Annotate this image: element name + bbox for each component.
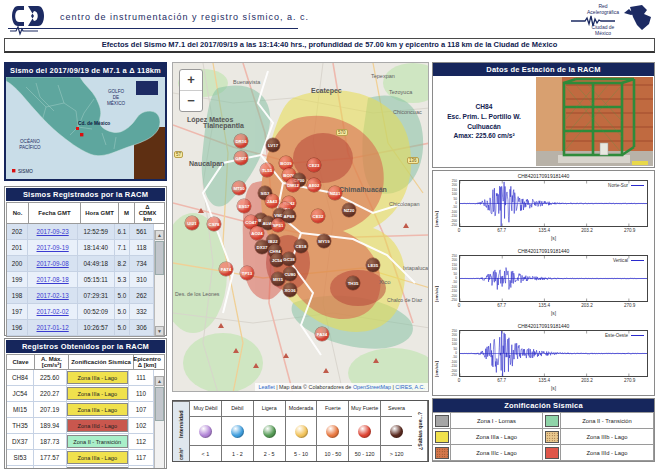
page: centro de instrumentación y registro sís… <box>0 0 659 469</box>
map-city-label: Naucalpan <box>189 160 224 167</box>
event-date-link[interactable]: 2017-09-19 <box>37 244 69 251</box>
scroll-down-icon[interactable]: ▼ <box>155 326 164 336</box>
station-marker-DM12[interactable]: DM12 <box>286 178 300 192</box>
station-marker-NZ31[interactable]: NZ31 <box>328 186 342 200</box>
station-marker-JA43[interactable]: JA43 <box>265 194 279 208</box>
sismos-cell-m: 5.0 <box>115 304 130 320</box>
station-marker-DR16[interactable]: DR16 <box>234 134 248 148</box>
intensity-level-circle-cell <box>222 417 253 446</box>
station-marker-TL55[interactable]: TL55 <box>260 163 274 177</box>
registros-title: Registros Obtenidos por la RACM <box>6 340 165 353</box>
registro-clave: JC54 <box>7 386 34 402</box>
station-marker-CE23[interactable]: CE23 <box>307 158 321 172</box>
intensity-level: Muy Débil< 1 <box>190 401 222 461</box>
osm-link[interactable]: OpenStreetMap <box>353 384 391 390</box>
zona-swatch-cell <box>543 429 561 445</box>
sismos-row[interactable]: 1972017-02-0200:52:095.0332 <box>7 304 154 320</box>
sismos-row[interactable]: 2002017-09-0804:49:188.2734 <box>7 256 154 272</box>
station-marker-GC38[interactable]: GC38 <box>282 252 296 266</box>
station-panel: Datos de Estación de la RACM CH84 Esc. P… <box>432 62 655 168</box>
registro-amax: 189.94 <box>34 418 67 434</box>
scroll-thumb[interactable] <box>155 387 164 421</box>
intensity-map[interactable]: López MateosBuenavistaEcatepecTepexpanTe… <box>172 62 429 392</box>
event-date-link[interactable]: 2017-09-23 <box>37 228 69 235</box>
map-city-label: Xico <box>379 279 391 285</box>
sismos-cell-hora: 12:52:59 <box>78 224 115 240</box>
station-marker-CU80[interactable]: CU80 <box>283 267 297 281</box>
sismos-row[interactable]: 1982017-02-1307:29:315.0262 <box>7 288 154 304</box>
registro-row[interactable]: CH84225.60Zona IIIa - Lago111 <box>7 370 154 386</box>
registro-row[interactable]: DX37187.73Zona II - Transición112 <box>7 434 154 450</box>
registro-row[interactable]: MI15207.19Zona IIIa - Lago107 <box>7 402 154 418</box>
station-marker-CE18[interactable]: CE18 <box>294 239 308 253</box>
zoom-in-button[interactable]: + <box>180 70 202 91</box>
sismos-cell-m: 5.3 <box>115 272 130 288</box>
registro-epicentro: 110 <box>129 386 154 402</box>
seismogram-0: CH8420170919181440[cm/s/s]25020015010050… <box>433 172 654 246</box>
registro-row[interactable]: TH35189.94Zona IIId - Lago102 <box>7 418 154 434</box>
event-date-link[interactable]: 2017-02-02 <box>37 308 69 315</box>
sismos-row[interactable]: 2022017-09-2312:52:596.1561 <box>7 224 154 240</box>
event-date-link[interactable]: 2017-02-13 <box>37 292 69 299</box>
station-marker-MI15[interactable]: MI15 <box>271 272 285 286</box>
event-date-link[interactable]: 2017-08-18 <box>37 276 69 283</box>
intensity-level-label: Muy Fuerte <box>349 401 380 417</box>
road-shield: 570 <box>336 129 348 136</box>
zona-swatch <box>435 431 449 443</box>
scroll-thumb[interactable] <box>155 241 164 275</box>
map-city-label: Tlalnepantla <box>203 122 244 129</box>
station-marker-LV17[interactable]: LV17 <box>266 138 280 152</box>
registros-scrollbar[interactable]: ▲ ▼ <box>154 376 164 469</box>
station-marker-CE32[interactable]: CE32 <box>311 209 325 223</box>
sismos-row[interactable]: 1962017-01-1210:26:575.0306 <box>7 320 154 336</box>
event-date-link[interactable]: 2017-01-12 <box>37 324 69 331</box>
station-marker-TP13[interactable]: TP13 <box>240 266 254 280</box>
station-marker-TH35[interactable]: TH35 <box>346 276 360 290</box>
scroll-up-icon[interactable]: ▲ <box>155 376 164 386</box>
station-marker-MT50[interactable]: MT50 <box>232 181 246 195</box>
sismos-cell-delta: 306 <box>130 320 154 336</box>
station-marker-FA74[interactable]: FA74 <box>219 262 233 276</box>
station-marker-CS78[interactable]: CS78 <box>207 217 221 231</box>
station-marker-MY19[interactable]: MY19 <box>317 234 331 248</box>
zonificacion-grid: Zona I - LomasZona II - TransiciónZona I… <box>433 412 654 461</box>
sabias-que-label[interactable]: ¿Sabías que...? <box>412 401 428 461</box>
station-marker-NZ20[interactable]: NZ20 <box>342 203 356 217</box>
registro-clave: SI53 <box>7 450 34 466</box>
event-date-link[interactable]: 2017-09-08 <box>37 260 69 267</box>
units-label: cm/s² <box>173 446 189 461</box>
station-marker-DX37[interactable]: DX37 <box>255 240 269 254</box>
station-marker-GR27[interactable]: GR27 <box>234 151 248 165</box>
zoom-out-button[interactable]: − <box>180 91 202 111</box>
leaflet-link[interactable]: Leaflet <box>258 384 274 390</box>
map-city-label: Ecatepec <box>311 87 342 94</box>
zonificacion-panel: Zonificación Sísmica Zona I - LomasZona … <box>432 398 655 462</box>
registro-amax: 220.27 <box>34 386 67 402</box>
station-marker-SP51[interactable]: SP51 <box>271 218 285 232</box>
map-city-label: Tezoyuca <box>389 89 412 95</box>
sismos-row[interactable]: 2012017-09-1918:14:407.1118 <box>7 240 154 256</box>
station-marker-LE35[interactable]: LE35 <box>366 258 380 272</box>
station-marker-XO36[interactable]: XO36 <box>283 283 297 297</box>
registro-row[interactable]: SI53177.57Zona IIIa - Lago117 <box>7 450 154 466</box>
x-tick: 67.7 <box>497 303 506 308</box>
svg-text:SISMO: SISMO <box>18 169 33 174</box>
sismos-cell-delta: 561 <box>130 224 154 240</box>
station-marker-AO24[interactable]: AO24 <box>250 226 264 240</box>
sismos-scrollbar[interactable]: ▲ ▼ <box>154 230 164 336</box>
registro-zona: Zona IIId - Lago <box>67 418 129 434</box>
map-zoom-control: + − <box>179 69 203 112</box>
cires-link[interactable]: CIRES, A.C. <box>395 384 425 390</box>
station-marker-FA34[interactable]: FA34 <box>315 327 329 341</box>
scroll-up-icon[interactable]: ▲ <box>155 230 164 240</box>
station-marker-UI21[interactable]: UI21 <box>185 216 199 230</box>
station-panel-title: Datos de Estación de la RACM <box>433 63 654 76</box>
station-marker-AE02[interactable]: AE02 <box>307 178 321 192</box>
sismos-row[interactable]: 1992017-08-1805:15:115.3310 <box>7 272 154 288</box>
registro-row[interactable]: JC54220.27Zona IIIa - Lago110 <box>7 386 154 402</box>
zona-label: Zona II - Transición <box>561 413 654 429</box>
station-marker-ES57[interactable]: ES57 <box>237 199 251 213</box>
registro-amax: 207.19 <box>34 402 67 418</box>
zona-color-chip: Zona IIIa - Lago <box>67 387 128 400</box>
intensity-level-label: Moderada <box>286 401 317 417</box>
